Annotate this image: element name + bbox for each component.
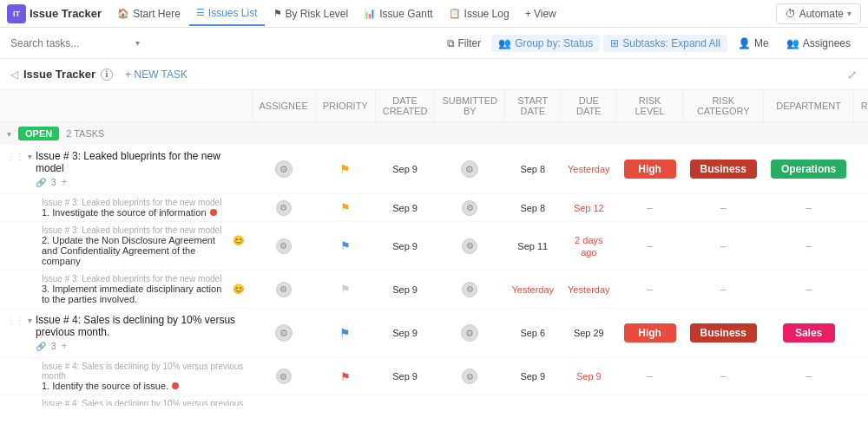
- subtask-due-date: Sep 12: [574, 203, 604, 213]
- col-header-start-date: START DATE: [505, 90, 562, 122]
- subtask-priority-flag: ⚑: [340, 239, 351, 252]
- assignees-button[interactable]: 👥 Assignees: [779, 35, 858, 52]
- group-by-label: Group by: Status: [515, 37, 593, 49]
- subtask-title: 1. Identify the source of issue.: [42, 381, 168, 391]
- search-input[interactable]: [10, 37, 132, 49]
- issue-title: Issue # 4: Sales is declining by 10% ver…: [36, 314, 245, 338]
- tab-issue-log-label: Issue Log: [464, 8, 510, 20]
- col-header-task: [0, 90, 252, 122]
- col-header-assignee: ASSIGNEE: [252, 90, 315, 122]
- subtask-start-date: Sep 9: [520, 371, 545, 382]
- issues-list-icon: ☰: [196, 7, 205, 18]
- tab-issue-gantt[interactable]: 📊 Issue Gantt: [357, 2, 439, 26]
- department-badge: Sales: [783, 323, 835, 342]
- date-created: Sep 9: [392, 164, 418, 174]
- col-header-due-date: DUE DATE: [561, 90, 617, 122]
- subtask-assignee-avatar[interactable]: ⚙: [276, 238, 292, 254]
- tab-start-here-label: Start Here: [133, 8, 181, 20]
- subtask-parent-label: Issue # 3: Leaked blueprints for the new…: [42, 198, 245, 207]
- subtask-assignee-avatar[interactable]: ⚙: [276, 369, 292, 384]
- subtask-assignee-avatar[interactable]: ⚙: [276, 282, 292, 297]
- col-header-risk-level: RISK LEVEL: [617, 90, 683, 122]
- drag-handle-icon[interactable]: ⋮⋮: [7, 316, 24, 325]
- breadcrumb-info-icon[interactable]: ℹ: [101, 68, 113, 81]
- subtask-risk-cat: –: [720, 240, 727, 252]
- me-button[interactable]: 👤 Me: [731, 35, 776, 52]
- expand-group-icon[interactable]: ▾: [7, 129, 11, 139]
- subtask-assignee-avatar[interactable]: ⚙: [276, 200, 292, 216]
- issue-log-icon: 📋: [449, 8, 461, 19]
- subtask-row: Issue # 4: Sales is declining by 10% ver…: [0, 395, 868, 407]
- tab-issues-list[interactable]: ☰ Issues List: [189, 2, 265, 26]
- assignee-avatar[interactable]: ⚙: [275, 324, 293, 342]
- issue-row: ⋮⋮ ▾ Issue # 4: Sales is declining by 10…: [0, 309, 868, 358]
- breadcrumb-title: Issue Tracker: [23, 68, 95, 81]
- issue-gantt-icon: 📊: [364, 8, 376, 19]
- subtask-emoji: 😊: [233, 235, 245, 246]
- subtask-title: 1. Investigate the source of information: [42, 207, 207, 218]
- due-date: Yesterday: [568, 164, 610, 174]
- subtask-submitted-by[interactable]: ⚙: [462, 369, 477, 384]
- status-badge: OPEN: [18, 127, 59, 140]
- automate-button[interactable]: ⏱ Automate ▾: [776, 3, 861, 24]
- subtask-start-date: Sep 11: [517, 241, 548, 251]
- submitted-by-avatar[interactable]: ⚙: [461, 160, 478, 178]
- submitted-by-avatar[interactable]: ⚙: [461, 324, 478, 342]
- table-container: ASSIGNEE PRIORITY DATE CREATED SUBMITTED…: [0, 90, 868, 406]
- risk-category-badge: Business: [690, 323, 757, 342]
- subtask-submitted-by[interactable]: ⚙: [462, 282, 477, 297]
- due-date: Sep 29: [574, 328, 604, 338]
- subtask-parent-label: Issue # 3: Leaked blueprints for the new…: [42, 225, 245, 235]
- link-icon: 🔗: [36, 342, 46, 351]
- subtask-submitted-by[interactable]: ⚙: [462, 200, 477, 216]
- subtask-parent-label: Issue # 4: Sales is declining by 10% ver…: [42, 399, 245, 406]
- tab-issue-log[interactable]: 📋 Issue Log: [442, 2, 516, 26]
- date-created: Sep 9: [392, 328, 418, 338]
- app-title: Issue Tracker: [30, 7, 102, 20]
- collapse-issue3-icon[interactable]: ▾: [28, 152, 32, 161]
- department-badge: Operations: [771, 160, 846, 179]
- subtask-dept: –: [806, 370, 812, 382]
- tab-issue-gantt-label: Issue Gantt: [379, 8, 432, 20]
- subtask-risk-cat: –: [720, 202, 727, 214]
- subtask-title: 2. Update the Non Disclosure Agreement a…: [42, 235, 229, 266]
- subtask-date-created: Sep 9: [392, 371, 418, 382]
- col-header-risk-category: RISK CATEGORY: [683, 90, 764, 122]
- subtask-date-created: Sep 9: [392, 284, 418, 295]
- subtask-submitted-by[interactable]: ⚙: [462, 238, 477, 254]
- subtask-dept: –: [806, 202, 812, 214]
- subtask-start-date: Yesterday: [512, 284, 555, 295]
- add-subtask-icon[interactable]: +: [62, 176, 68, 188]
- assignee-avatar[interactable]: ⚙: [275, 160, 293, 178]
- search-filter-bar: ▾ ⧉ Filter 👥 Group by: Status ⊞ Subtasks…: [0, 28, 868, 59]
- group-by-icon: 👥: [498, 37, 511, 49]
- subtasks-label: Subtasks: Expand All: [622, 37, 720, 49]
- subtask-date-created: Sep 9: [392, 203, 418, 213]
- me-icon: 👤: [738, 37, 751, 49]
- tab-start-here[interactable]: 🏠 Start Here: [110, 2, 187, 26]
- link-icon: 🔗: [36, 178, 46, 187]
- tab-add-view[interactable]: + View: [518, 2, 563, 26]
- drag-handle-icon[interactable]: ⋮⋮: [7, 152, 24, 161]
- filter-button[interactable]: ⧉ Filter: [440, 35, 489, 52]
- subtask-row: Issue # 3: Leaked blueprints for the new…: [0, 222, 868, 271]
- collapse-icon[interactable]: ⤢: [847, 68, 858, 82]
- new-task-button[interactable]: + NEW TASK: [118, 66, 194, 83]
- start-date: Sep 6: [520, 328, 545, 338]
- issue-title: Issue # 3: Leaked blueprints for the new…: [36, 150, 245, 174]
- status-group-row: ▾ OPEN 2 TASKS: [0, 122, 868, 146]
- subtask-row: Issue # 3: Leaked blueprints for the new…: [0, 194, 868, 222]
- filter-icon: ⧉: [447, 37, 455, 49]
- collapse-issue4-icon[interactable]: ▾: [28, 316, 32, 325]
- subtasks-button[interactable]: ⊞ Subtasks: Expand All: [603, 35, 727, 52]
- subtask-risk-cat: –: [720, 284, 727, 296]
- add-subtask-icon[interactable]: +: [62, 340, 68, 352]
- link-count: 3: [51, 178, 56, 187]
- tab-issues-list-label: Issues List: [208, 7, 258, 19]
- tab-by-risk-level[interactable]: ⚑ By Risk Level: [266, 2, 356, 26]
- subtasks-icon: ⊞: [610, 37, 619, 49]
- group-by-button[interactable]: 👥 Group by: Status: [491, 35, 600, 52]
- error-dot: [172, 382, 179, 389]
- subtask-priority-flag: ⚑: [340, 283, 351, 296]
- subtask-risk-cat: –: [720, 370, 727, 382]
